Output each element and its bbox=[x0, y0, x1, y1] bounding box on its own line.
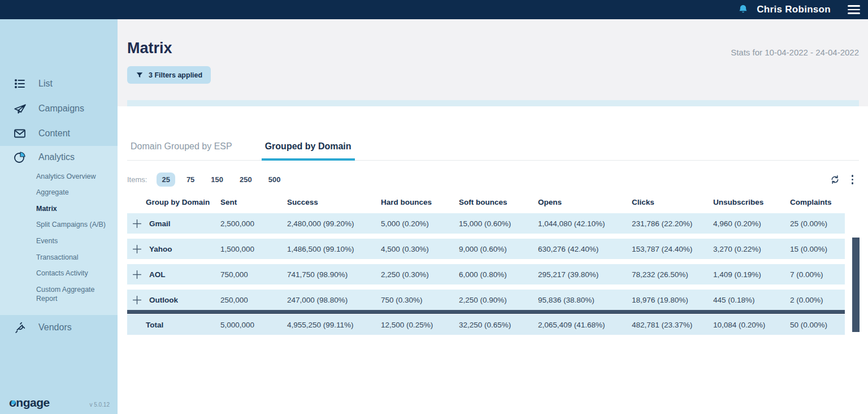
cell-hard-bounces: 5,000 (0.20%) bbox=[381, 219, 459, 228]
vertical-scrollbar[interactable] bbox=[852, 238, 860, 332]
paper-plane-icon bbox=[12, 102, 27, 116]
cell-hard-bounces: 2,250 (0.30%) bbox=[381, 270, 459, 279]
expand-row-icon[interactable] bbox=[132, 219, 142, 228]
total-sent: 5,000,000 bbox=[220, 321, 287, 329]
col-header-complaints[interactable]: Complaints bbox=[790, 198, 845, 206]
cell-complaints: 15 (0.00%) bbox=[790, 245, 845, 253]
items-option-500[interactable]: 500 bbox=[263, 172, 286, 187]
sidebar-item-vendors[interactable]: Vendors bbox=[0, 315, 118, 340]
sidebar-item-label: Content bbox=[38, 128, 70, 139]
expand-row-icon[interactable] bbox=[132, 270, 142, 279]
sidebar-footer: ongage v 5.0.12 bbox=[9, 396, 110, 409]
cell-unsubscribes: 445 (0.18%) bbox=[713, 296, 790, 304]
cell-complaints: 7 (0.00%) bbox=[790, 270, 845, 279]
funnel-icon bbox=[136, 71, 144, 79]
app-version: v 5.0.12 bbox=[89, 402, 110, 408]
cell-hard-bounces: 750 (0.30%) bbox=[381, 296, 459, 304]
col-header-unsubscribes[interactable]: Unsubscribes bbox=[713, 198, 790, 206]
domain-name: Yahoo bbox=[149, 245, 172, 253]
subnav-item-analytics-overview[interactable]: Analytics Overview bbox=[36, 169, 110, 185]
sidebar-item-label: Vendors bbox=[38, 322, 72, 333]
table-row-outlook: Outlook 250,000 247,000 (98.80%) 750 (0.… bbox=[127, 290, 845, 310]
col-header-success[interactable]: Success bbox=[287, 198, 381, 206]
table-header-row: Group by Domain Sent Success Hard bounce… bbox=[127, 198, 845, 206]
sidebar: List Campaigns Content bbox=[0, 19, 118, 414]
items-option-150[interactable]: 150 bbox=[206, 172, 228, 187]
total-opens: 2,065,409 (41.68%) bbox=[538, 321, 632, 329]
stats-date-range: Stats for 10-04-2022 - 24-04-2022 bbox=[731, 48, 859, 57]
col-header-clicks[interactable]: Clicks bbox=[632, 198, 713, 206]
total-clicks: 482,781 (23.37%) bbox=[632, 321, 713, 329]
cell-sent: 2,500,000 bbox=[220, 219, 287, 228]
sidebar-item-label: List bbox=[38, 79, 53, 89]
total-success: 4,955,250 (99.11%) bbox=[287, 321, 381, 329]
items-per-page-bar: Items: 25 75 150 250 500 bbox=[127, 172, 854, 187]
expand-row-icon[interactable] bbox=[132, 295, 142, 305]
sidebar-item-list[interactable]: List bbox=[0, 71, 118, 96]
col-header-hard-bounces[interactable]: Hard bounces bbox=[381, 198, 459, 206]
collapsed-panel-edge bbox=[127, 100, 859, 106]
domain-name: Outlook bbox=[149, 296, 178, 304]
subnav-item-contacts-activity[interactable]: Contacts Activity bbox=[36, 266, 110, 282]
expand-row-icon[interactable] bbox=[132, 244, 142, 254]
sidebar-item-label: Analytics bbox=[38, 152, 75, 162]
pie-chart-icon bbox=[12, 150, 27, 164]
total-hard-bounces: 12,500 (0.25%) bbox=[381, 321, 459, 329]
subnav-item-matrix[interactable]: Matrix bbox=[36, 201, 110, 217]
subnav-item-custom-aggregate-report[interactable]: Custom Aggregate Report bbox=[36, 282, 110, 307]
cell-unsubscribes: 1,409 (0.19%) bbox=[713, 270, 790, 279]
ongage-logo: ongage bbox=[9, 396, 50, 409]
cell-clicks: 153,787 (24.40%) bbox=[632, 245, 713, 253]
subnav-item-aggregate[interactable]: Aggregate bbox=[36, 185, 110, 201]
cell-opens: 630,276 (42.40%) bbox=[538, 245, 632, 253]
col-header-group-by-domain[interactable]: Group by Domain bbox=[127, 198, 220, 206]
col-header-soft-bounces[interactable]: Soft bounces bbox=[459, 198, 538, 206]
cell-success: 2,480,000 (99.20%) bbox=[287, 219, 381, 228]
analytics-group: Analytics Analytics Overview Aggregate M… bbox=[0, 146, 118, 315]
sidebar-item-campaigns[interactable]: Campaigns bbox=[0, 96, 118, 121]
col-header-opens[interactable]: Opens bbox=[538, 198, 632, 206]
cell-soft-bounces: 2,250 (0.90%) bbox=[459, 296, 538, 304]
sidebar-item-analytics[interactable]: Analytics bbox=[0, 146, 118, 169]
items-option-25[interactable]: 25 bbox=[157, 172, 175, 187]
tab-grouped-by-domain[interactable]: Grouped by Domain bbox=[262, 141, 355, 161]
horizontal-scrollbar[interactable] bbox=[127, 310, 845, 314]
kebab-menu-icon[interactable] bbox=[850, 174, 855, 186]
cell-hard-bounces: 4,500 (0.30%) bbox=[381, 245, 459, 253]
list-icon bbox=[12, 77, 27, 90]
items-option-250[interactable]: 250 bbox=[235, 172, 257, 187]
table-row-gmail: Gmail 2,500,000 2,480,000 (99.20%) 5,000… bbox=[127, 213, 845, 234]
total-unsubscribes: 10,084 (0.20%) bbox=[713, 321, 790, 329]
subnav-item-events[interactable]: Events bbox=[36, 234, 110, 250]
filters-applied-button[interactable]: 3 Filters applied bbox=[127, 66, 211, 84]
cell-clicks: 18,976 (19.80%) bbox=[632, 296, 713, 304]
sidebar-item-content[interactable]: Content bbox=[0, 121, 118, 146]
notifications-bell-icon[interactable] bbox=[737, 4, 749, 15]
analytics-subnav: Analytics Overview Aggregate Matrix Spli… bbox=[0, 169, 118, 307]
main-content: Matrix Stats for 10-04-2022 - 24-04-2022… bbox=[118, 19, 868, 414]
envelope-icon bbox=[12, 127, 27, 140]
table-row-aol: AOL 750,000 741,750 (98.90%) 2,250 (0.30… bbox=[127, 264, 845, 284]
filters-applied-label: 3 Filters applied bbox=[149, 71, 202, 79]
cell-sent: 250,000 bbox=[220, 296, 287, 304]
report-tabs: Domain Grouped by ESP Grouped by Domain bbox=[127, 141, 859, 161]
cell-sent: 1,500,000 bbox=[220, 245, 287, 253]
table-row-yahoo: Yahoo 1,500,000 1,486,500 (99.10%) 4,500… bbox=[127, 239, 845, 259]
tab-domain-grouped-by-esp[interactable]: Domain Grouped by ESP bbox=[127, 141, 236, 161]
refresh-icon[interactable] bbox=[830, 174, 840, 185]
subnav-item-split-campaigns[interactable]: Split Campaigns (A/B) bbox=[36, 217, 110, 234]
matrix-table: Group by Domain Sent Success Hard bounce… bbox=[127, 198, 845, 310]
items-option-75[interactable]: 75 bbox=[181, 172, 199, 187]
total-label: Total bbox=[127, 321, 220, 329]
cell-complaints: 2 (0.00%) bbox=[790, 296, 845, 304]
col-header-sent[interactable]: Sent bbox=[220, 198, 287, 206]
cell-success: 1,486,500 (99.10%) bbox=[287, 245, 381, 253]
menu-hamburger-icon[interactable] bbox=[848, 5, 860, 14]
domain-name: Gmail bbox=[149, 219, 171, 228]
user-name[interactable]: Chris Robinson bbox=[757, 4, 831, 15]
cell-success: 741,750 (98.90%) bbox=[287, 270, 381, 279]
subnav-item-transactional[interactable]: Transactional bbox=[36, 249, 110, 266]
cell-soft-bounces: 6,000 (0.80%) bbox=[459, 270, 538, 279]
cell-clicks: 231,786 (22.20%) bbox=[632, 219, 713, 228]
page-header: Matrix Stats for 10-04-2022 - 24-04-2022… bbox=[118, 19, 868, 100]
